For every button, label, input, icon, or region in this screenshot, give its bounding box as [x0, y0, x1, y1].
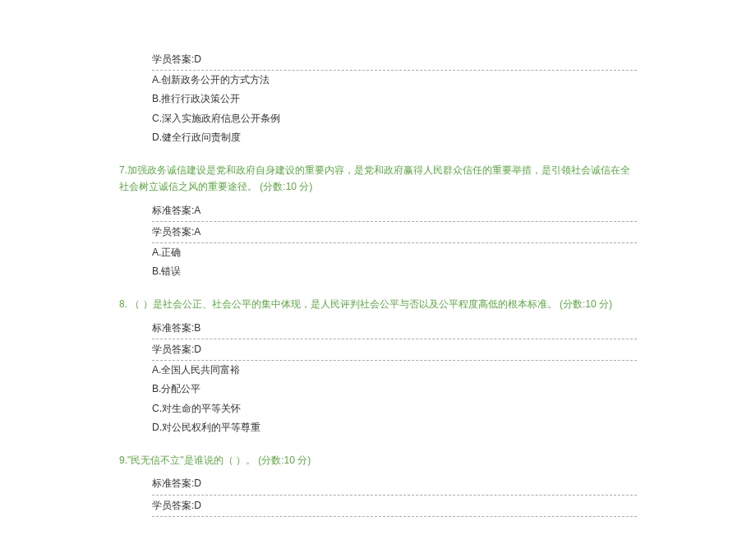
student-answer-q9: 学员答案:D	[152, 496, 637, 517]
option-q8-c: C.对生命的平等关怀	[152, 399, 637, 418]
student-answer-q6: 学员答案:D	[152, 49, 637, 71]
student-answer-q7: 学员答案:A	[152, 222, 637, 243]
question-9-title: 9."民无信不立"是谁说的（ ）。 (分数:10 分)	[119, 452, 637, 468]
standard-answer-q7: 标准答案:A	[152, 201, 637, 222]
option-q6-a: A.创新政务公开的方式方法	[152, 71, 637, 90]
question-9-answers: 标准答案:D 学员答案:D	[152, 473, 637, 516]
option-q7-b: B.错误	[152, 262, 637, 281]
option-q8-d: D.对公民权利的平等尊重	[152, 418, 637, 437]
option-q7-a: A.正确	[152, 243, 637, 262]
question-8-answers: 标准答案:B 学员答案:D A.全国人民共同富裕 B.分配公平 C.对生命的平等…	[152, 318, 637, 437]
question-7-title: 7.加强政务诚信建设是党和政府自身建设的重要内容，是党和政府赢得人民群众信任的重…	[119, 162, 637, 196]
option-q6-b: B.推行行政决策公开	[152, 90, 637, 108]
question-7-answers: 标准答案:A 学员答案:A A.正确 B.错误	[152, 201, 637, 282]
option-q8-a: A.全国人民共同富裕	[152, 361, 637, 380]
standard-answer-q9: 标准答案:D	[152, 473, 637, 495]
option-q6-d: D.健全行政问责制度	[152, 128, 637, 147]
standard-answer-q8: 标准答案:B	[152, 318, 637, 339]
option-q8-b: B.分配公平	[152, 380, 637, 399]
question-6-answers: 学员答案:D A.创新政务公开的方式方法 B.推行行政决策公开 C.深入实施政府…	[152, 49, 637, 147]
student-answer-q8: 学员答案:D	[152, 339, 637, 361]
question-8-title: 8. （ ）是社会公正、社会公平的集中体现，是人民评判社会公平与否以及公平程度高…	[119, 296, 637, 312]
option-q6-c: C.深入实施政府信息公开条例	[152, 109, 637, 128]
